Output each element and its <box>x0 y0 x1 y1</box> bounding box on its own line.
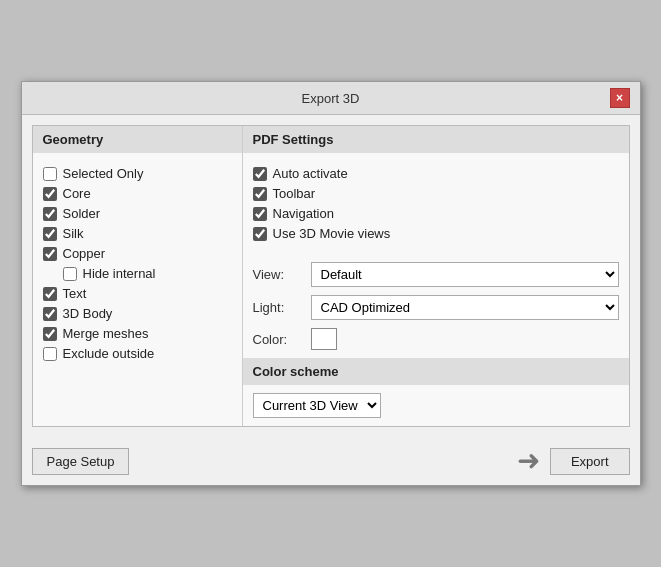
toolbar-row: Toolbar <box>253 186 619 201</box>
bottom-bar: Page Setup ➜ Export <box>22 437 640 485</box>
selected-only-label: Selected Only <box>63 166 144 181</box>
merge-meshes-label: Merge meshes <box>63 326 149 341</box>
geometry-checkboxes: Selected Only Core Solder Silk <box>33 153 242 374</box>
color-scheme-select[interactable]: Current 3D View Custom White <box>253 393 381 418</box>
export-3d-dialog: Export 3D × Geometry Selected Only Core <box>21 81 641 486</box>
light-row: Light: CAD Optimized Headlamp Blue Sky N… <box>253 295 619 320</box>
navigation-label: Navigation <box>273 206 334 221</box>
color-scheme-header: Color scheme <box>243 358 629 385</box>
view-label: View: <box>253 267 303 282</box>
exclude-outside-checkbox[interactable] <box>43 347 57 361</box>
copper-checkbox[interactable] <box>43 247 57 261</box>
close-button[interactable]: × <box>610 88 630 108</box>
title-bar: Export 3D × <box>22 82 640 115</box>
text-row: Text <box>43 286 232 301</box>
use-3d-movie-label: Use 3D Movie views <box>273 226 391 241</box>
hide-internal-checkbox[interactable] <box>63 267 77 281</box>
hide-internal-row: Hide internal <box>63 266 232 281</box>
use-3d-movie-row: Use 3D Movie views <box>253 226 619 241</box>
light-select[interactable]: CAD Optimized Headlamp Blue Sky None <box>311 295 619 320</box>
text-label: Text <box>63 286 87 301</box>
solder-label: Solder <box>63 206 101 221</box>
auto-activate-label: Auto activate <box>273 166 348 181</box>
3d-body-checkbox[interactable] <box>43 307 57 321</box>
pdf-settings-checkboxes: Auto activate Toolbar Navigation Use 3D … <box>243 153 629 254</box>
solder-checkbox[interactable] <box>43 207 57 221</box>
view-select[interactable]: Default Front Back Left Right Top Bottom <box>311 262 619 287</box>
page-setup-button[interactable]: Page Setup <box>32 448 130 475</box>
core-checkbox[interactable] <box>43 187 57 201</box>
export-button[interactable]: Export <box>550 448 630 475</box>
exclude-outside-row: Exclude outside <box>43 346 232 361</box>
arrow-icon: ➜ <box>517 447 540 475</box>
color-row: Color: <box>253 328 619 350</box>
auto-activate-row: Auto activate <box>253 166 619 181</box>
color-label: Color: <box>253 332 303 347</box>
silk-checkbox[interactable] <box>43 227 57 241</box>
hide-internal-label: Hide internal <box>83 266 156 281</box>
light-label: Light: <box>253 300 303 315</box>
navigation-checkbox[interactable] <box>253 207 267 221</box>
auto-activate-checkbox[interactable] <box>253 167 267 181</box>
3d-body-label: 3D Body <box>63 306 113 321</box>
core-label: Core <box>63 186 91 201</box>
pdf-settings-header: PDF Settings <box>243 126 629 153</box>
merge-meshes-row: Merge meshes <box>43 326 232 341</box>
content-area: Geometry Selected Only Core Solder <box>32 125 630 427</box>
toolbar-label: Toolbar <box>273 186 316 201</box>
toolbar-checkbox[interactable] <box>253 187 267 201</box>
right-panel: PDF Settings Auto activate Toolbar Navig… <box>243 126 629 426</box>
silk-row: Silk <box>43 226 232 241</box>
exclude-outside-label: Exclude outside <box>63 346 155 361</box>
use-3d-movie-checkbox[interactable] <box>253 227 267 241</box>
color-picker[interactable] <box>311 328 337 350</box>
text-checkbox[interactable] <box>43 287 57 301</box>
geometry-panel: Geometry Selected Only Core Solder <box>33 126 243 426</box>
3d-body-row: 3D Body <box>43 306 232 321</box>
color-scheme-select-row: Current 3D View Custom White <box>243 385 629 426</box>
silk-label: Silk <box>63 226 84 241</box>
view-row: View: Default Front Back Left Right Top … <box>253 262 619 287</box>
geometry-header: Geometry <box>33 126 242 153</box>
copper-row: Copper <box>43 246 232 261</box>
right-bottom: ➜ Export <box>517 447 630 475</box>
selected-only-checkbox[interactable] <box>43 167 57 181</box>
navigation-row: Navigation <box>253 206 619 221</box>
copper-label: Copper <box>63 246 106 261</box>
selected-only-row: Selected Only <box>43 166 232 181</box>
core-row: Core <box>43 186 232 201</box>
dialog-title: Export 3D <box>52 91 610 106</box>
merge-meshes-checkbox[interactable] <box>43 327 57 341</box>
solder-row: Solder <box>43 206 232 221</box>
